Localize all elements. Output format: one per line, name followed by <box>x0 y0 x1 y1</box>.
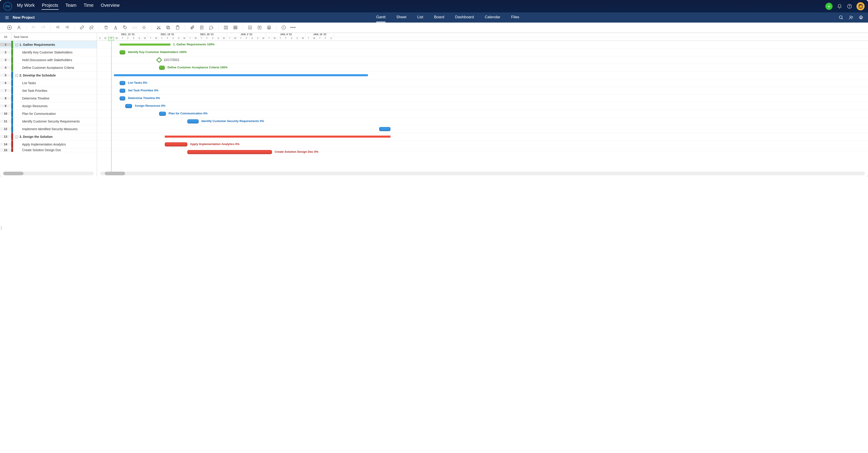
more-icon[interactable]: ••• <box>290 25 296 30</box>
topnav-my-work[interactable]: My Work <box>17 3 35 10</box>
topnav-projects[interactable]: Projects <box>41 3 59 10</box>
task-row[interactable]: 6List Tasks <box>0 79 97 87</box>
topnav-team[interactable]: Team <box>65 3 77 10</box>
view-tab-gantt[interactable]: Gantt <box>376 15 386 22</box>
print-icon[interactable] <box>266 25 272 30</box>
notes-icon[interactable] <box>199 25 205 30</box>
task-row[interactable]: 4Define Customer Acceptance Criteria <box>0 64 97 71</box>
link-icon[interactable] <box>79 25 85 30</box>
import-icon[interactable] <box>247 25 253 30</box>
tag-icon[interactable] <box>122 25 128 30</box>
view-tab-dashboard[interactable]: Dashboard <box>455 15 474 22</box>
task-row[interactable]: 5−2. Develop the Schedule <box>0 71 97 79</box>
svg-point-14 <box>18 26 20 28</box>
day-header: T <box>278 37 283 41</box>
menu-icon[interactable] <box>4 15 10 21</box>
day-header: M <box>103 37 108 41</box>
task-row[interactable]: 14Apply Implementation Analytics <box>0 140 97 148</box>
gantt-bar[interactable] <box>120 89 125 93</box>
gantt-row: 12/17/2021 <box>97 56 868 64</box>
task-row[interactable]: 11Identify Customer Security Requirement… <box>0 118 97 125</box>
gantt-bar[interactable] <box>165 142 187 147</box>
add-task-icon[interactable] <box>7 25 12 30</box>
view-tab-board[interactable]: Board <box>434 15 444 22</box>
gantt-bar[interactable] <box>159 112 166 116</box>
topnav-time[interactable]: Time <box>83 3 94 10</box>
gantt-bar[interactable] <box>165 136 391 138</box>
day-header: F <box>165 37 170 41</box>
help-icon[interactable] <box>846 3 852 9</box>
day-header: M <box>182 37 187 41</box>
search-icon[interactable] <box>838 15 844 21</box>
bell-icon[interactable] <box>837 3 842 9</box>
column-task-name[interactable]: Task Name <box>11 33 97 41</box>
gantt-label: List Tasks 0% <box>128 81 147 85</box>
user-avatar[interactable]: 🧔 <box>857 2 865 10</box>
outdent-icon[interactable] <box>55 25 61 30</box>
columns-icon[interactable] <box>223 25 228 30</box>
task-row[interactable]: 3Hold Discussions with Stakeholders <box>0 56 97 64</box>
collapse-icon[interactable]: − <box>16 136 18 138</box>
gantt-bar[interactable] <box>120 96 125 100</box>
gantt-timeline-header: DEC, 12 '21DEC, 19 '21DEC, 26 '21JAN, 2 … <box>97 33 868 41</box>
task-row[interactable]: 15Create Solution Design Doc <box>0 148 97 152</box>
comment-icon[interactable] <box>209 25 214 30</box>
collapse-icon[interactable]: − <box>16 74 18 77</box>
add-member-icon[interactable] <box>848 15 854 21</box>
column-all[interactable]: All <box>0 33 11 41</box>
collapse-icon[interactable]: − <box>16 43 18 46</box>
view-tab-list[interactable]: List <box>417 15 423 22</box>
info-icon[interactable] <box>281 25 286 30</box>
gantt-bar[interactable] <box>187 150 272 154</box>
gantt-label: Plan for Communication 0% <box>168 112 208 115</box>
grid-icon[interactable] <box>233 25 238 30</box>
gantt-bar[interactable] <box>379 127 391 131</box>
task-row[interactable]: 13−3. Design the Solution <box>0 133 97 140</box>
text-color-icon[interactable]: A <box>113 25 118 30</box>
indent-icon[interactable] <box>65 25 70 30</box>
table-hscroll[interactable] <box>3 172 94 175</box>
day-header: S <box>131 37 136 41</box>
gantt-label: Identify Key Customer Stakeholders 100% <box>128 50 187 54</box>
milestone-icon[interactable] <box>141 25 147 30</box>
gantt-bar[interactable] <box>114 74 368 76</box>
paste-icon[interactable] <box>175 25 180 30</box>
day-header: F <box>323 37 329 41</box>
day-header: M <box>300 37 306 41</box>
task-row[interactable]: 7Set Task Priorities <box>0 87 97 95</box>
task-row[interactable]: 10Plan for Communication <box>0 110 97 118</box>
gantt-bar[interactable] <box>120 81 125 85</box>
view-tab-sheet[interactable]: Sheet <box>396 15 406 22</box>
attach-icon[interactable] <box>190 25 195 30</box>
week-header: JAN, 16 '22 <box>306 33 334 37</box>
gantt-row <box>97 125 868 133</box>
gantt-bar[interactable] <box>120 43 170 45</box>
task-row[interactable]: 12Implement Identified Security Measures <box>0 125 97 133</box>
task-row[interactable]: 8Determine Timeline <box>0 95 97 102</box>
gantt-body[interactable]: 1. Gather Requirements 100%Identify Key … <box>97 41 868 172</box>
cut-icon[interactable] <box>156 25 161 30</box>
day-header: W <box>272 37 278 41</box>
gantt-milestone[interactable] <box>156 57 162 63</box>
day-header: S <box>170 37 176 41</box>
export-icon[interactable] <box>257 25 262 30</box>
gantt-bar[interactable] <box>159 66 165 70</box>
task-row[interactable]: 9Assign Resources <box>0 102 97 110</box>
settings-icon[interactable] <box>858 15 864 21</box>
unlink-icon[interactable] <box>89 25 94 30</box>
delete-icon[interactable] <box>103 25 109 30</box>
gantt-bar[interactable] <box>120 50 125 54</box>
task-row[interactable]: 1−1. Gather Requirements <box>0 41 97 48</box>
task-row[interactable]: 2Identify Key Customer Stakeholders <box>0 48 97 56</box>
add-button[interactable]: ＋ <box>825 3 833 10</box>
topnav-overview[interactable]: Overview <box>100 3 120 10</box>
copy-icon[interactable] <box>165 25 171 30</box>
view-tab-files[interactable]: Files <box>511 15 519 22</box>
assign-icon[interactable] <box>16 25 22 30</box>
gantt-bar[interactable] <box>125 104 132 108</box>
view-tab-calendar[interactable]: Calendar <box>485 15 500 22</box>
gantt-hscroll[interactable] <box>100 172 865 175</box>
day-header: S <box>97 37 103 41</box>
gantt-bar[interactable] <box>187 119 198 123</box>
week-header <box>97 33 108 37</box>
